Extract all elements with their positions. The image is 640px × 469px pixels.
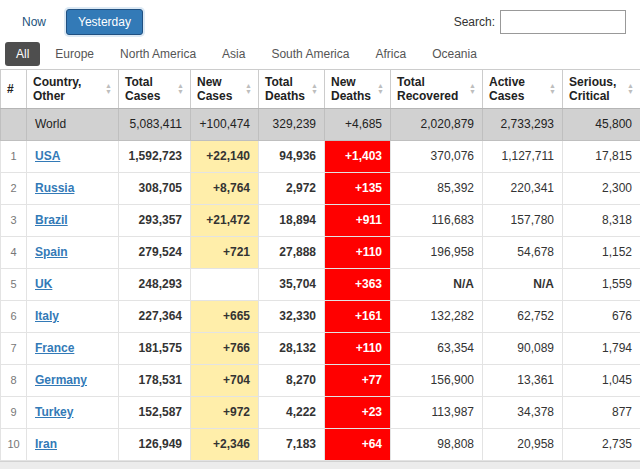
column-header-total-cases[interactable]: Total Cases▲▼ (119, 70, 191, 109)
tab-africa[interactable]: Africa (364, 42, 417, 66)
country-cell: Italy (27, 301, 119, 333)
total-recovered-cell: 98,808 (391, 429, 483, 461)
country-link[interactable]: Spain (35, 245, 68, 259)
country-cell: Turkey (27, 397, 119, 429)
total-deaths-cell: 329,239 (259, 109, 325, 141)
tab-asia[interactable]: Asia (211, 42, 256, 66)
total-deaths-cell: 4,222 (259, 397, 325, 429)
total-deaths-cell: 8,270 (259, 365, 325, 397)
total-recovered-cell: 113,987 (391, 397, 483, 429)
column-header-country[interactable]: Country, Other▲▼ (27, 70, 119, 109)
column-header-new-cases[interactable]: New Cases▲▼ (191, 70, 259, 109)
sort-icon: ▲▼ (377, 83, 384, 95)
active-cases-cell: 34,378 (483, 397, 563, 429)
total-deaths-cell: 28,132 (259, 333, 325, 365)
tab-oceania[interactable]: Oceania (421, 42, 488, 66)
country-link[interactable]: Russia (35, 181, 74, 195)
time-range-tabs: Now Yesterday (10, 9, 143, 35)
new-deaths-cell: +161 (325, 301, 391, 333)
column-header-total-deaths[interactable]: Total Deaths▲▼ (259, 70, 325, 109)
country-cell: Spain (27, 237, 119, 269)
active-cases-cell: 54,678 (483, 237, 563, 269)
serious-critical-cell: 1,045 (563, 365, 640, 397)
search-input[interactable] (500, 10, 626, 34)
tab-all[interactable]: All (5, 42, 40, 66)
column-header-label: Active Cases (489, 75, 546, 103)
rank-cell: 4 (1, 237, 27, 269)
country-cell: Iran (27, 429, 119, 461)
tab-south-america[interactable]: South America (260, 42, 360, 66)
new-cases-cell: +704 (191, 365, 259, 397)
country-cell: UK (27, 269, 119, 301)
country-link[interactable]: Iran (35, 437, 57, 451)
sort-icon: ▲▼ (549, 83, 556, 95)
tab-europe[interactable]: Europe (44, 42, 105, 66)
column-header-serious-critical[interactable]: Serious, Critical▲▼ (563, 70, 640, 109)
table-row: 5UK248,29335,704+363N/AN/A1,559 (1, 269, 640, 301)
new-deaths-cell: +23 (325, 397, 391, 429)
total-deaths-cell: 18,894 (259, 205, 325, 237)
serious-critical-cell: 45,800 (563, 109, 640, 141)
total-recovered-cell: 2,020,879 (391, 109, 483, 141)
country-link[interactable]: Brazil (35, 213, 68, 227)
tab-north-america[interactable]: North America (109, 42, 207, 66)
new-deaths-cell: +4,685 (325, 109, 391, 141)
total-cases-cell: 1,592,723 (119, 141, 191, 173)
column-header-label: Total Deaths (265, 75, 308, 103)
total-deaths-cell: 2,972 (259, 173, 325, 205)
rank-cell: 5 (1, 269, 27, 301)
country-link[interactable]: France (35, 341, 74, 355)
serious-critical-cell: 1,152 (563, 237, 640, 269)
new-deaths-cell: +110 (325, 333, 391, 365)
new-deaths-cell: +110 (325, 237, 391, 269)
column-header-new-deaths[interactable]: New Deaths▲▼ (325, 70, 391, 109)
yesterday-button[interactable]: Yesterday (66, 9, 143, 35)
covid-stats-table: #Country, Other▲▼Total Cases▲▼New Cases▲… (0, 69, 640, 461)
search-label: Search: (454, 15, 495, 29)
column-header-active-cases[interactable]: Active Cases▲▼ (483, 70, 563, 109)
new-cases-cell: +8,764 (191, 173, 259, 205)
total-deaths-cell: 27,888 (259, 237, 325, 269)
sort-icon: ▲▼ (245, 83, 252, 95)
country-cell: Russia (27, 173, 119, 205)
rank-cell: 3 (1, 205, 27, 237)
country-link[interactable]: Italy (35, 309, 59, 323)
new-cases-cell: +972 (191, 397, 259, 429)
total-cases-cell: 152,587 (119, 397, 191, 429)
total-recovered-cell: 196,958 (391, 237, 483, 269)
new-deaths-cell: +64 (325, 429, 391, 461)
column-header-inner: Total Recovered▲▼ (397, 75, 476, 103)
serious-critical-cell: 17,815 (563, 141, 640, 173)
country-cell: World (27, 109, 119, 141)
country-cell: France (27, 333, 119, 365)
country-link[interactable]: UK (35, 277, 52, 291)
total-cases-cell: 178,531 (119, 365, 191, 397)
column-header-total-recovered[interactable]: Total Recovered▲▼ (391, 70, 483, 109)
column-header-label: Total Cases (125, 75, 174, 103)
country-link[interactable]: USA (35, 149, 60, 163)
country-cell: USA (27, 141, 119, 173)
now-button[interactable]: Now (10, 9, 58, 35)
total-deaths-cell: 7,183 (259, 429, 325, 461)
table-row: 9Turkey152,587+9724,222+23113,98734,3788… (1, 397, 640, 429)
new-cases-cell: +21,472 (191, 205, 259, 237)
world-label: World (35, 117, 66, 131)
sort-icon: ▲▼ (627, 83, 634, 95)
total-cases-cell: 5,083,411 (119, 109, 191, 141)
total-recovered-cell: 370,076 (391, 141, 483, 173)
total-cases-cell: 181,575 (119, 333, 191, 365)
new-deaths-cell: +77 (325, 365, 391, 397)
total-cases-cell: 126,949 (119, 429, 191, 461)
serious-critical-cell: 877 (563, 397, 640, 429)
total-cases-cell: 248,293 (119, 269, 191, 301)
country-link[interactable]: Germany (35, 373, 87, 387)
column-header-inner: New Cases▲▼ (197, 75, 252, 103)
new-deaths-cell: +911 (325, 205, 391, 237)
sort-down-arrow-icon: ▼ (377, 89, 384, 95)
sort-down-arrow-icon: ▼ (177, 89, 184, 95)
column-header-inner: Active Cases▲▼ (489, 75, 556, 103)
table-body: World5,083,411+100,474329,239+4,6852,020… (1, 109, 640, 461)
country-link[interactable]: Turkey (35, 405, 73, 419)
sort-down-arrow-icon: ▼ (549, 89, 556, 95)
column-header-inner: Country, Other▲▼ (33, 75, 112, 103)
